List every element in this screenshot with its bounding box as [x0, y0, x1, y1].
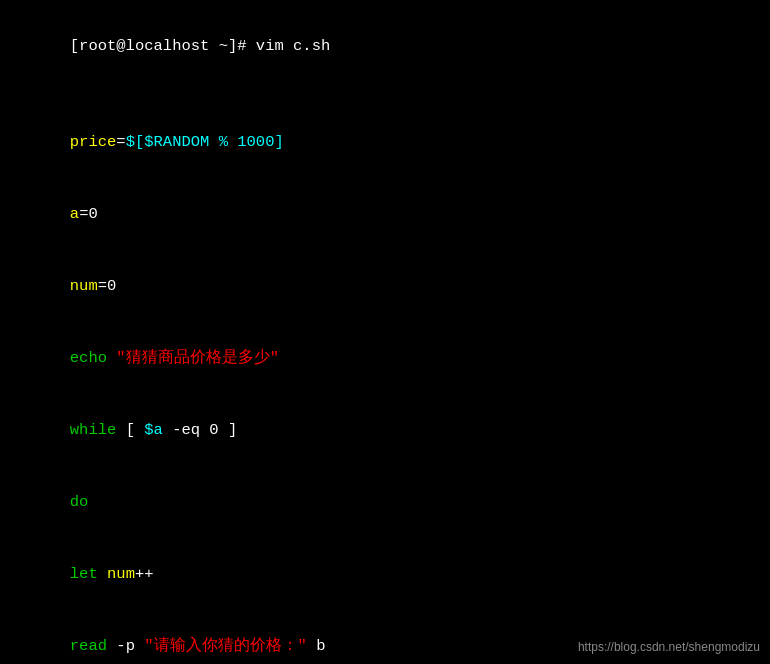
blank-line-1 [14, 82, 756, 106]
echo1-line: echo "猜猜商品价格是多少" [14, 322, 756, 394]
while-line: while [ $a -eq 0 ] [14, 394, 756, 466]
letnum-line: let num++ [14, 538, 756, 610]
while-a: $a [144, 421, 163, 439]
terminal: [root@localhost ~]# vim c.sh price=$[$RA… [0, 0, 770, 664]
price-var: price [70, 133, 117, 151]
read-kw: read [70, 637, 107, 655]
num-val: 0 [107, 277, 116, 295]
echo1-cmd: echo [70, 349, 107, 367]
num-var2: num [107, 565, 135, 583]
code-content: [root@localhost ~]# vim c.sh price=$[$RA… [14, 10, 756, 664]
read-line: read -p "请输入你猜的价格：" b [14, 610, 756, 664]
a-val: 0 [88, 205, 97, 223]
a-line: a=0 [14, 178, 756, 250]
prompt-line: [root@localhost ~]# vim c.sh [14, 10, 756, 82]
do-line: do [14, 466, 756, 538]
watermark: https://blog.csdn.net/shengmodizu [578, 640, 760, 654]
prompt-text: [root@localhost ~]# vim c.sh [70, 37, 330, 55]
price-line: price=$[$RANDOM % 1000] [14, 106, 756, 178]
num-line: num=0 [14, 250, 756, 322]
a-var: a [70, 205, 79, 223]
price-val: $[$RANDOM % 1000] [126, 133, 284, 151]
echo1-str: "猜猜商品价格是多少" [116, 349, 279, 367]
let-kw: let [70, 565, 98, 583]
while-kw: while [70, 421, 117, 439]
do-kw: do [70, 493, 89, 511]
num-var: num [70, 277, 98, 295]
read-str: "请输入你猜的价格：" [144, 637, 307, 655]
